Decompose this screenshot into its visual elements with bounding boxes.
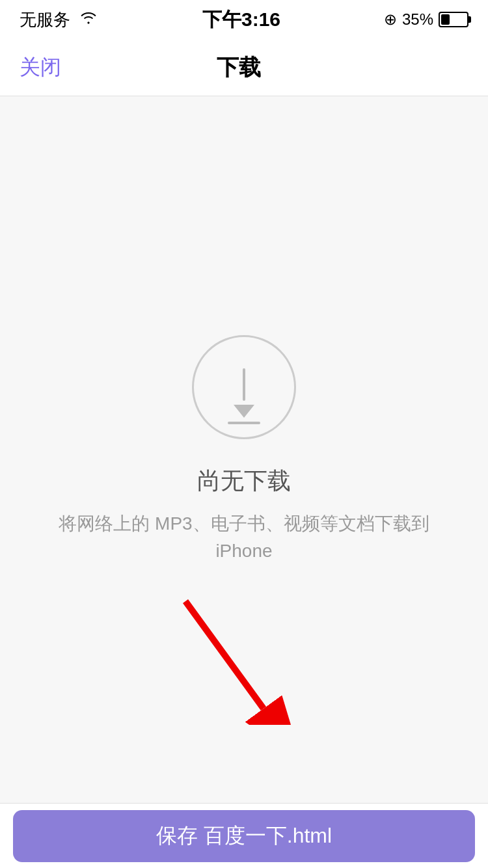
time-display: 下午3:16 <box>202 7 280 33</box>
save-button[interactable]: 保存 百度一下.html <box>13 810 475 862</box>
wifi-icon <box>78 10 99 30</box>
status-right: ⊕ 35% <box>384 10 468 29</box>
empty-state-description: 将网络上的 MP3、电子书、视频等文档下载到 iPhone <box>59 510 429 565</box>
carrier-label: 无服务 <box>20 8 70 31</box>
close-button[interactable]: 关闭 <box>20 53 61 82</box>
nav-bar: 关闭 下载 <box>0 39 488 96</box>
svg-line-1 <box>185 601 264 709</box>
battery-label: 35% <box>402 10 433 29</box>
battery-icon <box>439 12 468 27</box>
red-arrow-container <box>146 595 342 725</box>
battery-fill <box>441 14 450 25</box>
arrow-base <box>228 422 260 424</box>
bottom-bar: 保存 百度一下.html <box>0 803 488 868</box>
page-title: 下载 <box>217 53 261 83</box>
download-arrow-icon <box>228 368 260 424</box>
status-bar: 无服务 下午3:16 ⊕ 35% <box>0 0 488 39</box>
main-content: 尚无下载 将网络上的 MP3、电子书、视频等文档下载到 iPhone <box>0 96 488 803</box>
status-left: 无服务 <box>20 8 99 31</box>
red-arrow-icon <box>146 595 342 725</box>
arrow-shaft <box>243 368 245 401</box>
download-icon-container <box>192 335 296 439</box>
empty-state-title: 尚无下载 <box>197 465 291 497</box>
arrow-head <box>234 405 254 418</box>
lock-screen-icon: ⊕ <box>384 10 397 29</box>
